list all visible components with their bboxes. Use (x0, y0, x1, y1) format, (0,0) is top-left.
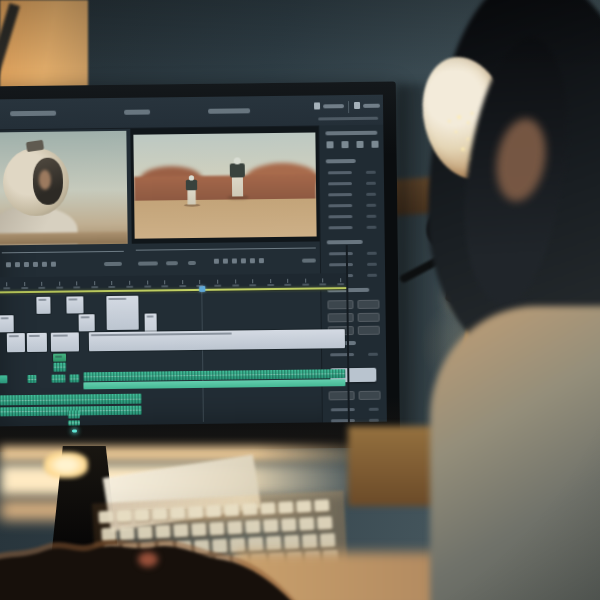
panel-small-button (358, 326, 380, 335)
astronaut-face (39, 170, 51, 190)
panel-row-value-blur (368, 353, 378, 356)
panel-row-value-blur (367, 252, 377, 255)
desert-ground (134, 198, 316, 238)
audio-track-clip (51, 375, 65, 383)
panel-small-button (359, 391, 381, 400)
panel-tab (124, 110, 150, 115)
topbar-label-blur (323, 104, 344, 108)
panel-row-value-blur (369, 419, 379, 422)
transport-button (214, 259, 219, 264)
video-track-clip (79, 314, 95, 331)
glitter-sparkle (461, 147, 465, 151)
video-track-clip (66, 296, 83, 313)
video-track-clip (51, 332, 79, 351)
panel-row-value-blur (367, 274, 377, 277)
ruler-label-blur (74, 286, 81, 288)
ruler-tick (305, 279, 306, 283)
ruler-tick (235, 279, 236, 283)
transport-button (223, 259, 228, 264)
panel-row-value-blur (369, 408, 379, 411)
astronaut-legs (232, 176, 243, 196)
ruler-label-blur (249, 284, 256, 286)
glitter-sparkle (455, 131, 457, 133)
transport-label-blur (302, 258, 316, 262)
panel-tool-icon (341, 141, 348, 148)
transport-button (51, 262, 56, 267)
editing-app-screen (0, 95, 387, 427)
panel-row-value-blur (366, 171, 376, 174)
astronaut-legs (187, 189, 195, 204)
keyboard-key (152, 508, 168, 521)
ruler-tick (164, 280, 165, 284)
adjustment-clip (53, 354, 66, 362)
keyboard-key (302, 534, 318, 549)
astronaut-head (189, 175, 194, 180)
playhead-line (201, 292, 204, 422)
ruler-tick (182, 280, 183, 284)
ruler-tick (252, 279, 253, 283)
keyboard-key (134, 509, 150, 522)
keyboard-key (296, 500, 312, 513)
user-shoulder (430, 306, 600, 600)
transport-button (232, 258, 237, 263)
ruler-label-blur (161, 285, 168, 287)
ruler-tick (112, 281, 113, 285)
power-led (72, 429, 77, 432)
ruler-tick (6, 282, 7, 286)
panel-row-value-blur (366, 204, 376, 207)
video-track-clip (27, 333, 47, 352)
video-track-clip (36, 297, 50, 314)
transport-button (259, 258, 264, 263)
ruler-tick (270, 279, 271, 283)
keyboard-key (206, 505, 222, 518)
ruler-label-blur (214, 285, 221, 287)
keyboard-key (224, 504, 240, 517)
glitter-sparkle (457, 115, 461, 119)
glitter-sparkle (467, 121, 469, 123)
transport-button (241, 258, 246, 263)
ruler-label-blur (267, 284, 274, 286)
panel-tool-icon (326, 141, 333, 148)
transport-label-blur (188, 261, 196, 265)
keyboard-key (116, 510, 132, 523)
ruler-tick (217, 280, 218, 284)
ruler-tick (76, 281, 77, 285)
astronaut-pack (186, 180, 197, 191)
panel-row-label-blur (329, 263, 353, 266)
keyboard-key (320, 533, 336, 548)
ruler-tick (287, 279, 288, 283)
ruler-label-blur (302, 284, 309, 286)
panel-tab (208, 108, 250, 114)
transport-label-blur (104, 262, 122, 266)
transport-button (250, 258, 255, 263)
ruler-label-blur (109, 286, 116, 288)
astronaut-pack (230, 163, 245, 177)
topbar-subtitle-blur (318, 117, 378, 121)
panel-small-button (329, 391, 355, 400)
panel-row-label-blur (329, 226, 353, 229)
ruler-label-blur (197, 285, 204, 287)
desert-scene-frame (133, 132, 316, 238)
panel-row-value-blur (366, 182, 376, 185)
transport-label-blur (138, 261, 158, 265)
transport-label-blur (166, 261, 178, 265)
panel-section-header-blur (325, 131, 377, 136)
panel-small-button (328, 313, 354, 322)
panel-row-value-blur (367, 263, 377, 266)
ruler-label-blur (3, 287, 10, 289)
keyboard-key (260, 502, 276, 515)
audio-track-clip (68, 420, 80, 425)
ruler-label-blur (284, 284, 291, 286)
keyboard-key (314, 499, 330, 512)
transport-button (6, 262, 11, 267)
glitter-sparkle (471, 112, 473, 114)
panel-row-label-blur (329, 252, 353, 255)
audio-track-clip (0, 375, 7, 383)
panel-row-label-blur (328, 182, 352, 185)
astronaut-closeup-frame (0, 131, 128, 246)
transport-button (15, 262, 20, 267)
video-track-clip (106, 296, 138, 330)
panel-row-label-blur (331, 419, 355, 422)
ruler-tick (340, 278, 341, 282)
ruler-label-blur (144, 286, 151, 288)
